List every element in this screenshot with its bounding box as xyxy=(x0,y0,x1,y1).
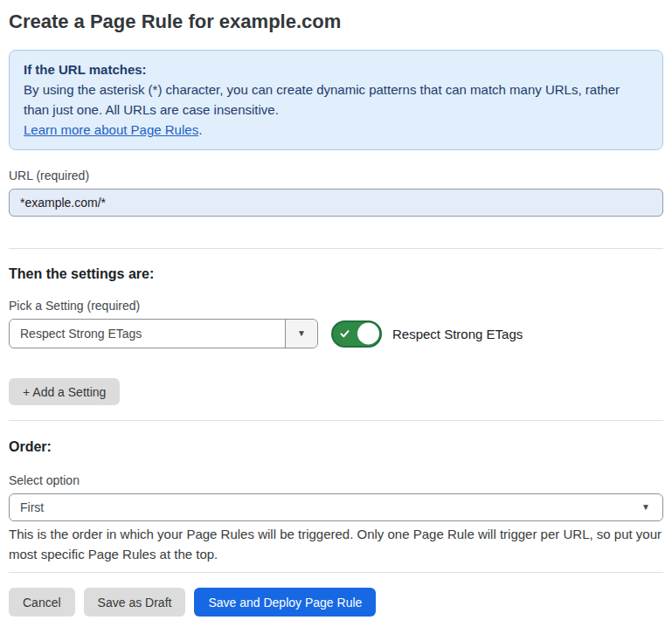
section-divider xyxy=(9,420,663,421)
setting-picker-label: Pick a Setting (required) xyxy=(9,299,663,314)
order-select-value: First xyxy=(10,500,641,514)
order-section-heading: Order: xyxy=(9,438,663,455)
save-draft-button[interactable]: Save as Draft xyxy=(84,588,186,617)
url-field-label: URL (required) xyxy=(9,169,663,183)
info-box-link-line: Learn more about Page Rules. xyxy=(24,120,648,140)
setting-toggle-group: Respect Strong ETags xyxy=(331,320,523,348)
info-box-body: By using the asterisk (*) character, you… xyxy=(24,79,648,120)
setting-toggle-switch[interactable] xyxy=(331,320,382,348)
setting-select-arrow-button[interactable]: ▼ xyxy=(285,320,317,348)
save-deploy-button[interactable]: Save and Deploy Page Rule xyxy=(194,588,376,617)
order-select-label: Select option xyxy=(9,473,663,488)
setting-row: Respect Strong ETags ▼ Respect Strong ET… xyxy=(9,319,663,348)
setting-toggle-label: Respect Strong ETags xyxy=(392,327,523,341)
add-setting-button[interactable]: + Add a Setting xyxy=(9,378,120,405)
setting-select[interactable]: Respect Strong ETags ▼ xyxy=(9,319,318,348)
page-title: Create a Page Rule for example.com xyxy=(9,10,663,33)
section-divider xyxy=(9,248,663,249)
toggle-knob[interactable] xyxy=(357,323,379,345)
setting-select-value: Respect Strong ETags xyxy=(10,327,285,341)
chevron-down-icon: ▼ xyxy=(641,503,650,512)
url-match-info-box: If the URL matches: By using the asteris… xyxy=(9,50,663,150)
chevron-down-icon: ▼ xyxy=(297,329,306,338)
create-page-rule-form: Create a Page Rule for example.com If th… xyxy=(9,10,663,617)
learn-more-link[interactable]: Learn more about Page Rules xyxy=(24,122,198,137)
url-input[interactable] xyxy=(9,189,663,217)
order-select[interactable]: First ▼ xyxy=(9,493,663,521)
info-box-heading: If the URL matches: xyxy=(24,59,648,79)
order-select-arrow: ▼ xyxy=(641,503,662,512)
footer-actions: Cancel Save as Draft Save and Deploy Pag… xyxy=(9,588,663,617)
settings-section-heading: Then the settings are: xyxy=(9,265,663,282)
order-help-text: This is the order in which your Page Rul… xyxy=(9,524,663,564)
footer-divider xyxy=(9,572,663,573)
check-icon xyxy=(339,328,350,340)
learn-more-link-suffix: . xyxy=(198,122,202,137)
cancel-button[interactable]: Cancel xyxy=(9,588,75,617)
